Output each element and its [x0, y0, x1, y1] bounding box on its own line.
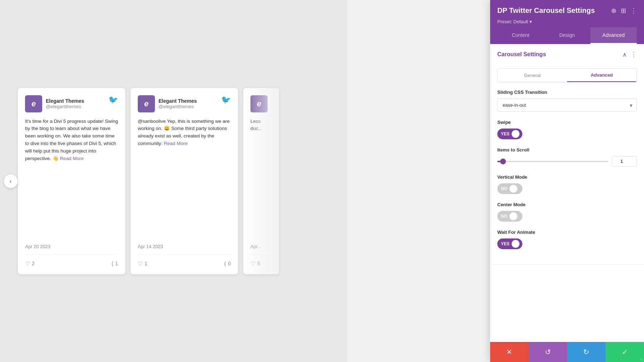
user-handle-1: @elegantthemes: [46, 104, 84, 109]
tweet-card-3: e Less duc... Apr... ♡ 5: [243, 88, 279, 274]
wait-for-animate-label: Wait For Animate: [497, 230, 637, 235]
items-to-scroll-row: Items to Scroll: [497, 147, 637, 166]
section-header: Carousel Settings ∧ ⋮: [490, 44, 644, 65]
panel-tabs: Content Design Advanced: [497, 27, 637, 44]
center-mode-no-label: NO: [501, 214, 507, 219]
tab-content[interactable]: Content: [497, 27, 544, 44]
cancel-button[interactable]: ✕: [490, 342, 529, 362]
center-mode-toggle[interactable]: NO: [497, 211, 637, 222]
tweet-content-2: @sanboolive Yep, this is something we ar…: [138, 118, 231, 238]
wait-for-animate-toggle-thumb: [512, 240, 519, 248]
swipe-label: Swipe: [497, 120, 637, 125]
tweet-card-1-header: e Elegant Themes @elegantthemes 🐦: [25, 95, 118, 112]
vertical-mode-no-label: NO: [501, 186, 507, 191]
section-title: Carousel Settings: [497, 51, 546, 58]
section-controls: ∧ ⋮: [623, 50, 637, 58]
tweet-actions-1: ♡ 2 ⟨ 1: [25, 255, 118, 267]
preset-row: Preset: Default ▾: [497, 19, 637, 24]
share-icon-2: ⟨: [224, 260, 226, 267]
sub-tab-advanced[interactable]: Advanced: [567, 69, 636, 82]
cards-area: ‹ e Elegant Themes @elegantthemes 🐦: [0, 0, 347, 362]
cards-container: e Elegant Themes @elegantthemes 🐦 It's t…: [7, 85, 340, 278]
save-button[interactable]: ✓: [606, 342, 644, 362]
tab-design[interactable]: Design: [544, 27, 590, 44]
share-icon-1: ⟨: [111, 260, 113, 267]
user-info-1: Elegant Themes @elegantthemes: [46, 98, 84, 109]
tweet-date-1: Apr 20 2023: [25, 244, 118, 249]
carousel-wrapper: ‹ e Elegant Themes @elegantthemes 🐦: [7, 85, 340, 278]
carousel-settings-section: Carousel Settings ∧ ⋮ General Advanced S…: [490, 44, 644, 265]
tweet-content-1: It's time for a Divi 5 progress update! …: [25, 118, 118, 238]
wait-for-animate-toggle[interactable]: YES: [497, 238, 637, 249]
vertical-mode-toggle-no[interactable]: NO: [497, 183, 522, 194]
wait-for-animate-row: Wait For Animate YES: [497, 230, 637, 249]
center-mode-toggle-no[interactable]: NO: [497, 211, 522, 222]
preset-label[interactable]: Preset: Default ▾: [497, 19, 532, 24]
panel-title: DP Twitter Carousel Settings: [497, 6, 595, 15]
vertical-mode-row: Vertical Mode NO: [497, 174, 637, 194]
panel-header: DP Twitter Carousel Settings ⊕ ⊞ ⋮ Prese…: [490, 0, 644, 44]
heart-icon-1: ♡: [25, 260, 30, 267]
sliding-css-transition-wrapper: ease ease-in ease-out ease-in-out linear…: [497, 98, 637, 112]
tweet-card-1: e Elegant Themes @elegantthemes 🐦 It's t…: [18, 88, 125, 274]
panel-header-icons: ⊕ ⊞ ⋮: [611, 7, 637, 15]
prev-button[interactable]: ‹: [4, 174, 18, 188]
swipe-toggle-thumb: [512, 130, 519, 138]
center-mode-toggle-thumb: [509, 212, 517, 220]
user-handle-2: @elegantthemes: [158, 104, 197, 109]
vertical-mode-toggle[interactable]: NO: [497, 183, 637, 194]
undo-button[interactable]: ↺: [529, 342, 567, 362]
tweet-date-2: Apr 14 2023: [138, 244, 231, 249]
sliding-css-transition-select[interactable]: ease ease-in ease-out ease-in-out linear: [497, 98, 637, 112]
section-body: General Advanced Sliding CSS Transition …: [490, 65, 644, 264]
swipe-toggle-yes[interactable]: YES: [497, 129, 522, 139]
section-menu-icon[interactable]: ⋮: [630, 50, 637, 58]
tab-advanced[interactable]: Advanced: [590, 27, 637, 44]
items-to-scroll-slider-row: [497, 156, 637, 166]
swipe-yes-label: YES: [501, 131, 509, 136]
tweet-card-2-user: e Elegant Themes @elegantthemes: [138, 95, 197, 112]
center-mode-label: Center Mode: [497, 202, 637, 207]
vertical-mode-label: Vertical Mode: [497, 174, 637, 180]
user-info-2: Elegant Themes @elegantthemes: [158, 98, 197, 109]
swipe-toggle[interactable]: YES: [497, 129, 637, 139]
panel-toolbar: ✕ ↺ ↻ ✓ ⤡: [490, 342, 644, 362]
sliding-css-transition-row: Sliding CSS Transition ease ease-in ease…: [497, 90, 637, 112]
vertical-mode-toggle-thumb: [509, 185, 517, 193]
wait-for-animate-yes-label: YES: [501, 241, 509, 246]
items-to-scroll-track: [497, 161, 608, 162]
wait-for-animate-toggle-yes[interactable]: YES: [497, 238, 522, 249]
sub-tabs: General Advanced: [497, 68, 637, 82]
avatar-2: e: [138, 95, 155, 112]
items-to-scroll-label: Items to Scroll: [497, 147, 637, 153]
items-to-scroll-input[interactable]: [612, 156, 637, 166]
heart-icon-2: ♡: [138, 260, 143, 267]
more-options-icon[interactable]: ⋮: [630, 7, 637, 15]
target-icon[interactable]: ⊕: [611, 7, 616, 15]
center-mode-row: Center Mode NO: [497, 202, 637, 222]
redo-button[interactable]: ↻: [567, 342, 606, 362]
twitter-icon-1: 🐦: [108, 95, 118, 105]
shares-1: ⟨ 1: [111, 260, 118, 267]
grid-icon[interactable]: ⊞: [621, 7, 626, 15]
collapse-icon[interactable]: ∧: [623, 51, 627, 58]
tweet-card-2: e Elegant Themes @elegantthemes 🐦 @sanbo…: [131, 88, 238, 274]
read-more-2[interactable]: Read More: [164, 141, 188, 146]
sliding-css-transition-label: Sliding CSS Transition: [497, 90, 637, 95]
tweet-card-1-user: e Elegant Themes @elegantthemes: [25, 95, 84, 112]
shares-2: ⟨ 0: [224, 260, 231, 267]
sub-tab-general[interactable]: General: [498, 69, 567, 82]
panel-title-row: DP Twitter Carousel Settings ⊕ ⊞ ⋮: [497, 6, 637, 15]
resize-handle[interactable]: ⤡: [639, 357, 644, 362]
read-more-1[interactable]: Read More: [60, 156, 84, 161]
avatar-1: e: [25, 95, 42, 112]
user-name-2: Elegant Themes: [158, 98, 197, 104]
swipe-row: Swipe YES: [497, 120, 637, 139]
twitter-icon-2: 🐦: [221, 95, 231, 105]
items-to-scroll-thumb[interactable]: [500, 159, 506, 164]
tweet-card-2-header: e Elegant Themes @elegantthemes 🐦: [138, 95, 231, 112]
likes-1: ♡ 2: [25, 260, 35, 267]
panel-content: Carousel Settings ∧ ⋮ General Advanced S…: [490, 44, 644, 362]
user-name-1: Elegant Themes: [46, 98, 84, 104]
settings-panel: DP Twitter Carousel Settings ⊕ ⊞ ⋮ Prese…: [490, 0, 644, 362]
